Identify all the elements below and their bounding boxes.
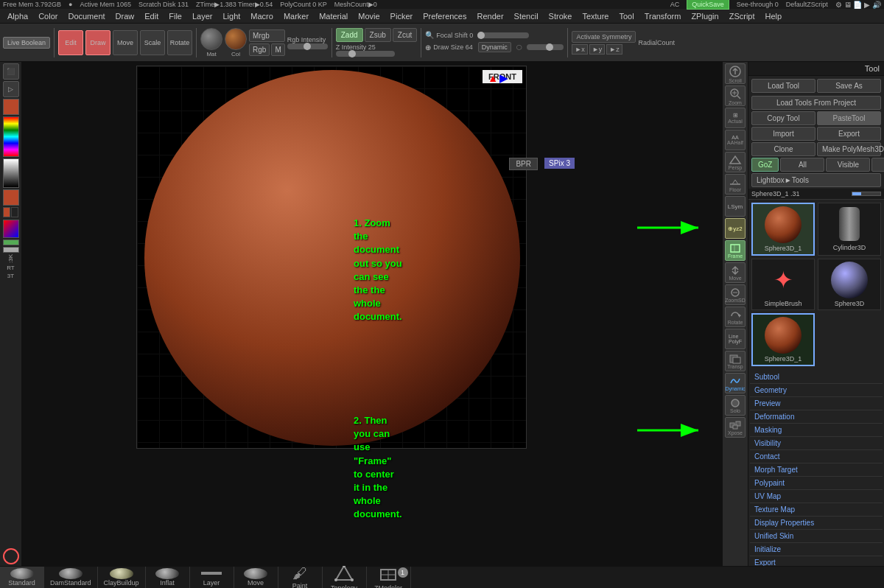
- activate-symmetry-button[interactable]: Activate Symmetry: [572, 31, 636, 43]
- tool-item-sphere3d1[interactable]: Sphere3D_1: [751, 203, 815, 256]
- r-button[interactable]: R: [871, 158, 884, 172]
- menu-edit[interactable]: Edit: [140, 10, 163, 22]
- bottom-zmodeler[interactable]: ZModeler 1: [367, 567, 411, 588]
- rgb-intensity-slider[interactable]: [287, 43, 328, 49]
- aahalf-btn[interactable]: AA AAHalf: [725, 130, 746, 150]
- transp-btn[interactable]: Transp: [725, 351, 746, 371]
- tool-item-sphere3d[interactable]: Sphere3D: [818, 259, 881, 310]
- polypaint-item[interactable]: Polypaint: [750, 477, 883, 490]
- export-item[interactable]: Export: [750, 556, 883, 566]
- menu-file[interactable]: File: [164, 10, 186, 22]
- rotate-button[interactable]: Rotate: [167, 30, 192, 55]
- left-tool-1[interactable]: ⬛: [3, 63, 19, 80]
- menu-stroke[interactable]: Stroke: [544, 10, 577, 22]
- export-rp-button[interactable]: Export: [817, 127, 881, 141]
- z-sym-btn[interactable]: ►z: [606, 44, 622, 55]
- x-sym-btn[interactable]: ►x: [572, 44, 587, 55]
- tool-item-cylinder3d[interactable]: Cylinder3D: [818, 203, 881, 256]
- visible-button[interactable]: Visible: [826, 158, 870, 172]
- bottom-damstandard[interactable]: DamStandard: [44, 567, 98, 588]
- masking-item[interactable]: Masking: [750, 424, 883, 437]
- menu-render[interactable]: Render: [472, 10, 508, 22]
- bg-color[interactable]: [11, 207, 18, 217]
- zoomsd-btn[interactable]: ZoomSD: [725, 284, 746, 305]
- menu-layer[interactable]: Layer: [188, 10, 217, 22]
- scroll-btn[interactable]: Scroll: [725, 63, 746, 84]
- menu-alpha[interactable]: Alpha: [3, 10, 32, 22]
- active-color[interactable]: [3, 189, 19, 206]
- menu-preferences[interactable]: Preferences: [418, 10, 471, 22]
- menu-color[interactable]: Color: [34, 10, 62, 22]
- linef-polyf-btn[interactable]: LinePolyF: [725, 329, 746, 349]
- menu-macro[interactable]: Macro: [246, 10, 278, 22]
- bottom-standard[interactable]: Standard: [0, 567, 44, 588]
- unified-skin-item[interactable]: Unified Skin: [750, 530, 883, 543]
- menu-movie[interactable]: Movie: [354, 10, 384, 22]
- m-button[interactable]: M: [271, 43, 284, 56]
- drawsize-slider[interactable]: [527, 44, 564, 50]
- bottom-move[interactable]: Move: [234, 567, 278, 588]
- display-properties-item[interactable]: Display Properties: [750, 517, 883, 530]
- quicksave-button[interactable]: QuickSave: [687, 0, 729, 10]
- copy-tool-button[interactable]: Copy Tool: [751, 111, 815, 125]
- actual-btn[interactable]: ⊞ Actual: [725, 108, 746, 128]
- lightbox-button[interactable]: Lightbox►Tools: [751, 173, 881, 187]
- edit-button[interactable]: Edit: [58, 30, 83, 55]
- menu-material[interactable]: Material: [315, 10, 352, 22]
- zcut-button[interactable]: Zcut: [393, 28, 417, 42]
- preview-item[interactable]: Preview: [750, 397, 883, 410]
- menu-document[interactable]: Document: [63, 10, 109, 22]
- contact-item[interactable]: Contact: [750, 450, 883, 463]
- bottom-layer[interactable]: Layer: [190, 567, 234, 588]
- color-spectrum[interactable]: [3, 116, 19, 157]
- rgb-button[interactable]: Rgb: [249, 43, 270, 56]
- left-tool-2[interactable]: ▷: [3, 81, 19, 97]
- menu-texture[interactable]: Texture: [578, 10, 613, 22]
- make-polymesh-button[interactable]: Make PolyMesh3D: [817, 142, 881, 156]
- load-tool-button[interactable]: Load Tool: [751, 79, 815, 93]
- tool-item-simplebrush[interactable]: ✦ SimpleBrush: [751, 259, 815, 310]
- xpose-btn[interactable]: Xpose: [725, 417, 746, 438]
- menu-zplugin[interactable]: ZPlugin: [687, 10, 723, 22]
- gyz2-btn[interactable]: ⊕yz2: [725, 218, 746, 239]
- color-preview[interactable]: [225, 28, 247, 50]
- paste-tool-button[interactable]: PasteTool: [817, 111, 881, 125]
- rotate-ctrl-btn[interactable]: Rotate: [725, 307, 746, 327]
- bottom-inflat[interactable]: Inflat: [146, 567, 190, 588]
- draw-button[interactable]: Draw: [85, 30, 110, 55]
- visibility-item[interactable]: Visibility: [750, 437, 883, 450]
- clone-button[interactable]: Clone: [751, 142, 815, 156]
- morph-target-item[interactable]: Morph Target: [750, 463, 883, 477]
- frame-btn[interactable]: Frame: [725, 240, 746, 261]
- tool-item-sphere3d1-b[interactable]: Sphere3D_1: [751, 313, 815, 366]
- live-boolean-btn[interactable]: Live Boolean: [3, 37, 50, 49]
- z-intensity-slider[interactable]: [336, 51, 395, 57]
- load-from-project-button[interactable]: Load Tools From Project: [751, 96, 881, 110]
- menu-help[interactable]: Help: [761, 10, 787, 22]
- lsym-btn[interactable]: LSym: [725, 196, 746, 217]
- color-swatch-red[interactable]: [3, 99, 19, 115]
- bottom-topology[interactable]: Topology: [323, 567, 367, 588]
- dynamic-ctrl-btn[interactable]: Dynamic: [725, 373, 746, 393]
- goz-button[interactable]: GoZ: [751, 158, 779, 172]
- zoom-btn[interactable]: Zoom: [725, 85, 746, 106]
- move-button[interactable]: Move: [113, 30, 138, 55]
- bpr-button[interactable]: BPR: [509, 158, 538, 170]
- floor-btn[interactable]: Floor: [725, 174, 746, 195]
- menu-stencil[interactable]: Stencil: [510, 10, 543, 22]
- zsub-button[interactable]: Zsub: [365, 28, 391, 42]
- fg-color[interactable]: [3, 207, 10, 217]
- move-btn[interactable]: Move: [725, 262, 746, 283]
- zadd-button[interactable]: Zadd: [336, 28, 363, 42]
- canvas-area[interactable]: FRONT ▲ ▶ 1. Zoom the document out so yo…: [22, 62, 722, 566]
- mrgb-button[interactable]: Mrgb: [249, 29, 285, 42]
- menu-zscript[interactable]: ZScript: [725, 10, 760, 22]
- menu-light[interactable]: Light: [218, 10, 245, 22]
- viewport[interactable]: FRONT ▲ ▶: [136, 66, 527, 449]
- material-preview[interactable]: [200, 28, 222, 50]
- bw-gradient[interactable]: [3, 158, 19, 188]
- menu-tool[interactable]: Tool: [614, 10, 638, 22]
- menu-marker[interactable]: Marker: [279, 10, 313, 22]
- menu-transform[interactable]: Transform: [640, 10, 686, 22]
- subtool-item[interactable]: Subtool: [750, 371, 883, 384]
